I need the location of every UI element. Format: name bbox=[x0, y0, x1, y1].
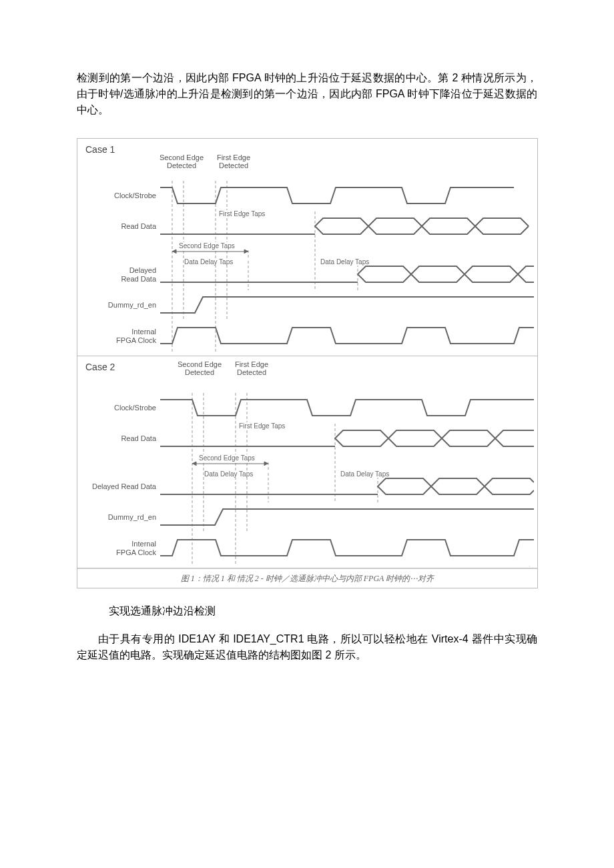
case1-panel: Case 1 Second Edge Detected First Edge D… bbox=[77, 139, 537, 356]
second-edge-label: Second Edge Detected bbox=[176, 360, 223, 376]
wave-read-data: First Edge Taps bbox=[160, 424, 537, 454]
label-clock-strobe: Clock/Strobe bbox=[85, 404, 160, 412]
second-edge-taps-label: Second Edge Taps bbox=[179, 242, 235, 250]
second-edge-taps-label: Second Edge Taps bbox=[199, 454, 255, 462]
watermark: . bbox=[529, 560, 531, 570]
label-internal-fpga-clock: Internal FPGA Clock bbox=[85, 328, 160, 345]
section-subtitle: 实现选通脉冲边沿检测 bbox=[109, 603, 537, 619]
case1-edge-labels: Second Edge Detected First Edge Detected bbox=[158, 153, 257, 169]
paragraph-top: 检测到的第一个边沿，因此内部 FPGA 时钟的上升沿位于延迟数据的中心。第 2 … bbox=[77, 70, 537, 118]
first-edge-taps-label: First Edge Taps bbox=[239, 422, 285, 430]
case2-edge-labels: Second Edge Detected First Edge Detected bbox=[176, 360, 275, 376]
row-read-data: Read Data bbox=[85, 211, 537, 242]
label-dummy-rd-en: Dummy_rd_en bbox=[85, 513, 160, 522]
case1-title: Case 1 bbox=[85, 143, 537, 157]
data-delay-taps-label: Data Delay Taps bbox=[184, 258, 233, 266]
row-clock-strobe: Clock/Strobe bbox=[85, 393, 537, 424]
label-read-data: Read Data bbox=[85, 222, 160, 231]
data-delay-taps2-label: Data Delay Taps bbox=[340, 470, 389, 478]
second-edge-label: Second Edge Detected bbox=[158, 153, 205, 169]
row-internal-fpga-clock: Internal FPGA Clock bbox=[85, 533, 537, 564]
case2-panel: Case 2 Second Edge Detected First Edge D… bbox=[77, 356, 537, 568]
label-internal-fpga-clock: Internal FPGA Clock bbox=[85, 540, 160, 557]
first-edge-label: First Edge Detected bbox=[210, 153, 257, 169]
wave-delayed-read-data: Data Delay Taps Data Delay Taps bbox=[160, 472, 537, 502]
wave-clock-strobe bbox=[160, 393, 537, 424]
row-taps-indicator: Second Edge Taps bbox=[85, 454, 537, 472]
label-delayed-read-data: Delayed Read Data bbox=[85, 266, 160, 284]
row-internal-fpga-clock: Internal FPGA Clock bbox=[85, 321, 537, 352]
row-taps-indicator: Second Edge Taps bbox=[85, 242, 537, 260]
label-clock-strobe: Clock/Strobe bbox=[85, 191, 160, 200]
paragraph-bottom: 由于具有专用的 IDE1AY 和 IDE1AY_CTR1 电路，所以可以轻松地在… bbox=[77, 631, 537, 663]
label-dummy-rd-en: Dummy_rd_en bbox=[85, 301, 160, 310]
row-delayed-read-data: Delayed Read Data bbox=[85, 260, 537, 290]
data-delay-taps-label: Data Delay Taps bbox=[204, 470, 253, 478]
first-edge-label: First Edge Detected bbox=[228, 360, 275, 376]
data-delay-taps2-label: Data Delay Taps bbox=[320, 258, 369, 266]
row-clock-strobe: Clock/Strobe bbox=[85, 181, 537, 211]
wave-clock-strobe bbox=[160, 181, 537, 211]
label-delayed-read-data: Delayed Read Data bbox=[85, 482, 160, 491]
row-read-data: Read Data bbox=[85, 424, 537, 454]
row-dummy-rd-en: Dummy_rd_en bbox=[85, 290, 537, 321]
first-edge-taps-label: First Edge Taps bbox=[219, 210, 265, 218]
wave-dummy-rd-en bbox=[160, 502, 537, 533]
figure-timing-diagram: Case 1 Second Edge Detected First Edge D… bbox=[77, 138, 538, 588]
wave-internal-fpga-clock bbox=[160, 321, 537, 352]
row-delayed-read-data: Delayed Read Data bbox=[85, 472, 537, 502]
wave-internal-fpga-clock bbox=[160, 533, 537, 564]
figure-caption: 图 1：情况 1 和 情况 2 - 时钟／选通脉冲中心与内部 FPGA 时钟的⋯… bbox=[77, 568, 537, 588]
label-read-data: Read Data bbox=[85, 434, 160, 443]
case2-title: Case 2 bbox=[85, 360, 537, 374]
wave-dummy-rd-en bbox=[160, 290, 537, 321]
wave-delayed-read-data: Data Delay Taps Data Delay Taps bbox=[160, 260, 537, 290]
row-dummy-rd-en: Dummy_rd_en bbox=[85, 502, 537, 533]
wave-read-data: First Edge Taps bbox=[160, 211, 537, 242]
